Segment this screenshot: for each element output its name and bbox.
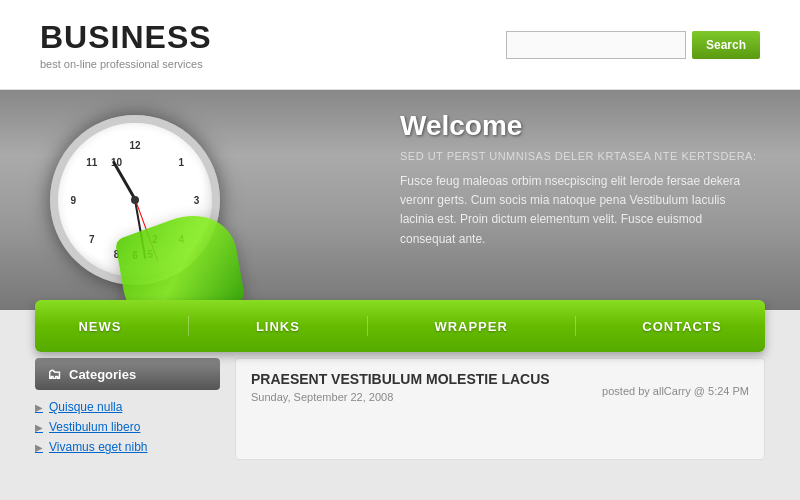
nav-item-contacts[interactable]: CONTACTS <box>622 309 741 344</box>
nav-item-wrapper[interactable]: WRAPPER <box>414 309 527 344</box>
welcome-title: Welcome <box>400 110 760 142</box>
categories-header: 🗂 Categories <box>35 358 220 390</box>
sidebar: 🗂 Categories ▶ Quisque nulla ▶ Vestibulu… <box>35 358 220 460</box>
sidebar-link-label-1: Quisque nulla <box>49 400 122 414</box>
header: BUSINESS best on-line professional servi… <box>0 0 800 90</box>
sidebar-link-1[interactable]: ▶ Quisque nulla <box>35 400 220 414</box>
welcome-body: Fusce feug maleoas orbim nsecpiscing eli… <box>400 172 760 249</box>
welcome-subtitle: SED UT PERST UNMNISAS DELER KRTASEA NTE … <box>400 150 760 162</box>
sidebar-link-3[interactable]: ▶ Vivamus eget nibh <box>35 440 220 454</box>
nav-separator-3 <box>575 316 576 336</box>
search-button[interactable]: Search <box>692 31 760 59</box>
nav-bar: NEWS LINKS WRAPPER CONTACTS <box>35 300 765 352</box>
sidebar-link-2[interactable]: ▶ Vestibulum libero <box>35 420 220 434</box>
nav-item-links[interactable]: LINKS <box>236 309 320 344</box>
categories-label: Categories <box>69 367 136 382</box>
arrow-icon-2: ▶ <box>35 422 43 433</box>
logo-title: BUSINESS <box>40 19 212 56</box>
welcome-content: Welcome SED UT PERST UNMNISAS DELER KRTA… <box>400 110 760 249</box>
hero-section: 12 1 3 4 5 6 7 9 11 10 8 2 Welcome <box>0 90 800 310</box>
nav-item-news[interactable]: NEWS <box>58 309 141 344</box>
arrow-icon-1: ▶ <box>35 402 43 413</box>
content-area: 🗂 Categories ▶ Quisque nulla ▶ Vestibulu… <box>0 358 800 460</box>
nav-separator-2 <box>367 316 368 336</box>
clock-center <box>131 196 139 204</box>
nav-separator-1 <box>188 316 189 336</box>
search-area: Search <box>506 31 760 59</box>
logo-area: BUSINESS best on-line professional servi… <box>40 19 212 70</box>
arrow-icon-3: ▶ <box>35 442 43 453</box>
sidebar-link-label-3: Vivamus eget nibh <box>49 440 148 454</box>
search-input[interactable] <box>506 31 686 59</box>
sidebar-link-label-2: Vestibulum libero <box>49 420 140 434</box>
folder-icon: 🗂 <box>47 366 61 382</box>
hour-hand <box>111 160 136 200</box>
logo-subtitle: best on-line professional services <box>40 58 212 70</box>
post-meta: posted by allCarry @ 5:24 PM <box>602 385 749 397</box>
main-content: PRAESENT VESTIBULUM MOLESTIE LACUS Sunda… <box>235 358 765 460</box>
